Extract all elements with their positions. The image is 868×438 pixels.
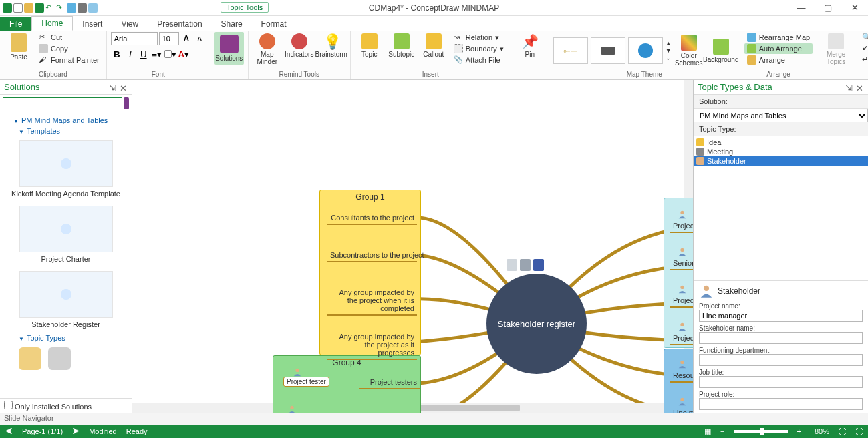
status-view-icon[interactable]: ▦ [704, 427, 711, 436]
status-fullscreen-icon[interactable]: ⛶ [855, 427, 863, 435]
status-nav-icon[interactable]: ⮞ [72, 427, 80, 435]
tab-presentation[interactable]: Presentation [148, 17, 211, 31]
cut-button[interactable]: ✂Cut [36, 32, 102, 43]
font-family-combo[interactable] [111, 32, 158, 45]
pin-button[interactable]: 📌Pin [515, 32, 545, 59]
topic-node[interactable]: Project customer [670, 333, 693, 345]
topic-node[interactable]: Senior management [670, 258, 693, 270]
status-fit-icon[interactable]: ⛶ [839, 427, 846, 435]
type-item-idea[interactable]: Idea [694, 138, 868, 147]
align-button[interactable]: ≡▾ [151, 48, 163, 60]
topic-node[interactable]: Resource managers [670, 370, 693, 383]
tab-home[interactable]: Home [31, 16, 73, 31]
theme-preview-3[interactable] [628, 37, 663, 64]
find-replace-button[interactable]: 🔍Find & Replace [859, 32, 868, 43]
grow-font-button[interactable]: A [180, 33, 192, 45]
brainstorm-button[interactable]: 💡Brainstorm [317, 32, 346, 59]
qat-open-icon[interactable] [24, 3, 33, 13]
format-painter-button[interactable]: 🖌Format Painter [36, 55, 102, 65]
smart-enter-button[interactable]: ↵Smart Enter [859, 55, 868, 65]
fill-color-button[interactable]: ▾ [164, 48, 176, 60]
pin-panel-icon[interactable]: ⇲ [109, 83, 117, 91]
slide-navigator[interactable]: Slide Navigator [0, 413, 868, 425]
qat-undo-icon[interactable]: ↶ [45, 3, 55, 13]
template-item[interactable]: Stakeholder Register [5, 267, 126, 333]
project-name-input[interactable] [699, 310, 863, 322]
job-input[interactable] [699, 376, 863, 388]
qat-export-icon[interactable] [88, 3, 98, 13]
qat-redo-icon[interactable]: ↷ [56, 3, 65, 13]
theme-preview-1[interactable]: ⟜⟞ [553, 37, 588, 64]
type-item-stakeholder[interactable]: Stakeholder [694, 156, 868, 166]
font-size-combo[interactable] [159, 32, 179, 45]
tab-share[interactable]: Share [212, 17, 252, 31]
boundary-button[interactable]: Boundary ▾ [451, 43, 507, 54]
qat-new-icon[interactable] [13, 3, 23, 13]
paste-button[interactable]: Paste [4, 32, 33, 62]
rearrange-button[interactable]: Rearrange Map [744, 32, 813, 43]
background-button[interactable]: Background [706, 37, 736, 65]
tab-format[interactable]: Format [252, 17, 296, 31]
only-installed-checkbox[interactable] [4, 401, 13, 409]
shrink-font-button[interactable]: A [194, 33, 206, 45]
dept-input[interactable] [699, 354, 863, 366]
copy-button[interactable]: Copy [36, 43, 102, 54]
status-nav-icon[interactable]: ⮜ [5, 427, 13, 435]
topic-type-icon[interactable] [19, 347, 41, 370]
template-item[interactable]: Kickoff Meeting Agenda Template [5, 136, 126, 202]
zoom-out-button[interactable]: − [720, 427, 724, 435]
pin-panel-icon[interactable]: ⇲ [845, 83, 853, 91]
stakeholder-name-input[interactable] [699, 332, 863, 344]
close-button[interactable]: ✕ [841, 0, 868, 16]
arrange-button[interactable]: Arrange [744, 55, 813, 65]
zoom-in-button[interactable]: + [797, 427, 801, 435]
minimize-button[interactable]: — [788, 0, 815, 16]
attach-file-button[interactable]: 📎Attach File [451, 55, 507, 65]
qat-preview-icon[interactable] [67, 3, 76, 13]
central-topic[interactable]: Stakeholder register [486, 274, 587, 374]
auto-arrange-button[interactable]: Auto Arrange [744, 43, 813, 54]
bold-button[interactable]: B [111, 48, 123, 60]
indicators-button[interactable]: Indicators [285, 32, 314, 59]
tab-view[interactable]: View [112, 17, 148, 31]
topic-node[interactable]: Project leader [670, 220, 693, 233]
color-schemes-button[interactable]: Color Schemes [674, 33, 704, 68]
file-tab[interactable]: File [0, 17, 31, 31]
topic-node[interactable]: Project testers [359, 377, 420, 389]
subtopic-button[interactable]: Subtopic [387, 32, 416, 59]
topic-button[interactable]: Topic [355, 32, 384, 59]
close-panel-icon[interactable]: ✕ [120, 83, 128, 91]
relation-button[interactable]: ↝Relation ▾ [451, 32, 507, 43]
topic-tools-tab[interactable]: Topic Tools [221, 2, 269, 13]
data-icon[interactable] [533, 259, 544, 271]
topic-node[interactable]: Subcontractors to the project [327, 250, 417, 262]
topic-types-header[interactable]: Topic Types [5, 333, 126, 343]
note-icon[interactable] [507, 259, 517, 271]
type-item-meeting[interactable]: Meeting [694, 147, 868, 156]
subtopic-node[interactable]: Project tester [283, 377, 329, 387]
font-color-button[interactable]: A▾ [178, 48, 190, 60]
solutions-button[interactable]: Solutions [214, 32, 244, 65]
qat-save-icon[interactable] [35, 3, 44, 13]
topic-node[interactable]: Project team members [670, 295, 693, 308]
spelling-button[interactable]: ✔Spelling [859, 43, 868, 54]
close-panel-icon[interactable]: ✕ [856, 83, 864, 91]
solution-select[interactable]: PM Mind Maps and Tables [694, 109, 868, 122]
theme-preview-2[interactable] [591, 37, 625, 64]
templates-header[interactable]: Templates [5, 126, 126, 136]
tab-insert[interactable]: Insert [73, 17, 112, 31]
callout-button[interactable]: Callout [419, 32, 448, 59]
topic-type-icon[interactable] [48, 347, 71, 370]
role-input[interactable] [699, 398, 863, 410]
map-minder-button[interactable]: Map Minder [253, 32, 282, 67]
italic-button[interactable]: I [124, 48, 136, 60]
mindmap-canvas[interactable]: Stakeholder register Group 1 Group 2 Gro… [132, 80, 684, 403]
link-icon[interactable] [520, 259, 531, 271]
topic-node[interactable]: Any group impacted by the project as it … [327, 331, 417, 360]
theme-gallery-nav[interactable]: ▲▼⌄ [666, 40, 672, 61]
solution-category[interactable]: PM Mind Maps and Tables [5, 115, 126, 126]
maximize-button[interactable]: ▢ [815, 0, 841, 16]
solutions-search-input[interactable] [3, 97, 122, 110]
topic-node[interactable]: Any group impacted by the project when i… [327, 287, 417, 316]
qat-print-icon[interactable] [78, 3, 87, 13]
